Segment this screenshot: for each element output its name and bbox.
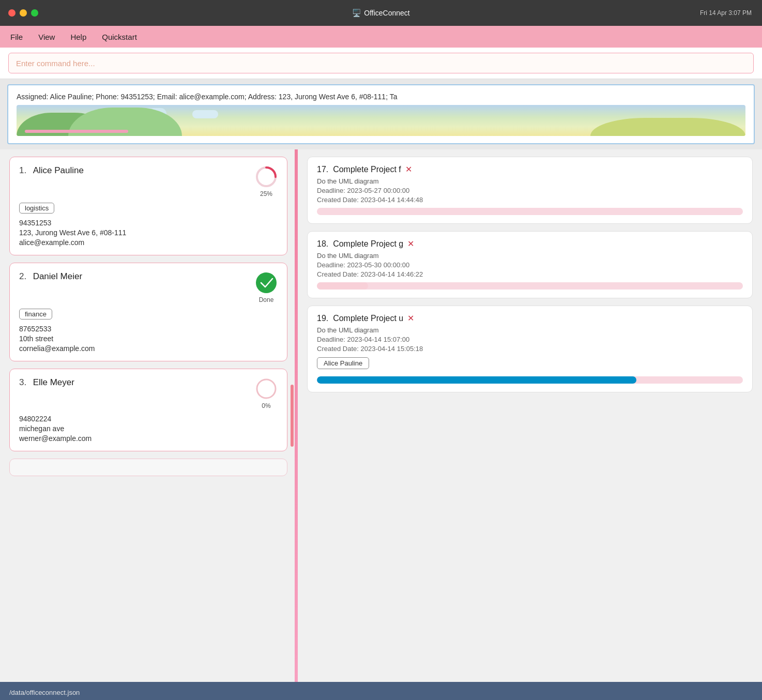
card-number-1: 1. xyxy=(19,165,26,175)
task-title-17: 17. Complete Project f xyxy=(317,165,401,174)
task-created-19: Created Date: 2023-04-14 15:05:18 xyxy=(317,345,743,353)
hill-3 xyxy=(590,118,745,136)
banner-progress-bar xyxy=(25,130,128,133)
card-header-2: 2. Daniel Meier Done xyxy=(19,271,278,303)
task-card-19: 19. Complete Project u ✕ Do the UML diag… xyxy=(307,306,753,392)
close-button[interactable] xyxy=(8,9,16,17)
statusbar: /data/officeconnect.json xyxy=(0,682,762,700)
progress-label-3: 0% xyxy=(262,402,270,409)
menubar: File View Help Quickstart xyxy=(0,26,762,48)
progress-circle-3 xyxy=(255,377,278,400)
task-deadline-18: Deadline: 2023-05-30 00:00:00 xyxy=(317,261,743,269)
card-phone-2: 87652533 xyxy=(19,325,278,333)
maximize-button[interactable] xyxy=(31,9,38,17)
task-deadline-17: Deadline: 2023-05-27 00:00:00 xyxy=(317,187,743,194)
task-deadline-19: Deadline: 2023-04-14 15:07:00 xyxy=(317,336,743,343)
card-address-2: 10th street xyxy=(19,334,278,343)
card-name-2: Daniel Meier xyxy=(33,271,82,281)
command-input[interactable] xyxy=(8,53,754,73)
card-phone-1: 94351253 xyxy=(19,219,278,227)
progress-label-2: Done xyxy=(259,296,274,303)
banner-landscape xyxy=(17,105,745,136)
contact-card-1: 1. Alice Pauline 25% logistics 94351253 … xyxy=(9,157,287,255)
task-assignee-tag-19: Alice Pauline xyxy=(317,357,369,369)
card-address-3: michegan ave xyxy=(19,424,278,433)
card-email-2: cornelia@example.com xyxy=(19,344,278,353)
card-phone-3: 94802224 xyxy=(19,415,278,423)
command-bar xyxy=(0,48,762,79)
card-name-area-2: 2. Daniel Meier xyxy=(19,271,82,282)
card-name-area-1: 1. Alice Pauline xyxy=(19,165,84,176)
menu-view[interactable]: View xyxy=(38,33,55,41)
card-progress-area-2: Done xyxy=(255,271,278,303)
progress-circle-2 xyxy=(255,271,278,294)
task-header-19: 19. Complete Project u ✕ xyxy=(317,313,743,323)
left-panel: 1. Alice Pauline 25% logistics 94351253 … xyxy=(0,149,295,682)
titlebar-right: Fri 14 Apr 3:07 PM xyxy=(700,9,752,17)
info-banner: Assigned: Alice Pauline; Phone: 94351253… xyxy=(7,84,755,144)
task-progress-fill-19 xyxy=(317,376,636,384)
task-card-18: 18. Complete Project g ✕ Do the UML diag… xyxy=(307,231,753,298)
tag-1: logistics xyxy=(19,203,54,214)
task-created-18: Created Date: 2023-04-14 14:46:22 xyxy=(317,270,743,278)
task-progress-bg-18 xyxy=(317,282,743,290)
main-content: 1. Alice Pauline 25% logistics 94351253 … xyxy=(0,149,762,682)
contact-card-3: 3. Elle Meyer 0% 94802224 michegan ave w… xyxy=(9,369,287,451)
task-desc-17: Do the UML diagram xyxy=(317,177,743,185)
card-email-3: werner@example.com xyxy=(19,434,278,443)
task-desc-19: Do the UML diagram xyxy=(317,326,743,334)
task-close-19[interactable]: ✕ xyxy=(407,313,414,323)
task-card-17: 17. Complete Project f ✕ Do the UML diag… xyxy=(307,157,753,224)
card-header-1: 1. Alice Pauline 25% xyxy=(19,165,278,197)
traffic-lights xyxy=(8,9,38,17)
task-header-18: 18. Complete Project g ✕ xyxy=(317,239,743,249)
app-title-area: 🖥️ OfficeConnect xyxy=(352,9,409,17)
tag-2: finance xyxy=(19,309,52,319)
contact-card-partial xyxy=(9,459,287,476)
task-title-18: 18. Complete Project g xyxy=(317,239,403,249)
card-header-3: 3. Elle Meyer 0% xyxy=(19,377,278,409)
task-created-17: Created Date: 2023-04-14 14:44:48 xyxy=(317,196,743,204)
task-progress-fill-18 xyxy=(317,282,368,290)
menu-help[interactable]: Help xyxy=(70,33,86,41)
progress-circle-1 xyxy=(255,165,278,188)
contact-card-2: 2. Daniel Meier Done finance 87652533 10… xyxy=(9,263,287,361)
titlebar: 🖥️ OfficeConnect Fri 14 Apr 3:07 PM xyxy=(0,0,762,26)
progress-label-1: 25% xyxy=(260,190,272,197)
task-progress-bg-19 xyxy=(317,376,743,384)
card-email-1: alice@example.com xyxy=(19,238,278,247)
card-progress-area-3: 0% xyxy=(255,377,278,409)
datetime: Fri 14 Apr 3:07 PM xyxy=(700,9,752,17)
task-close-18[interactable]: ✕ xyxy=(407,239,414,249)
task-progress-bg-17 xyxy=(317,208,743,215)
menu-quickstart[interactable]: Quickstart xyxy=(102,33,137,41)
minimize-button[interactable] xyxy=(20,9,27,17)
card-name-3: Elle Meyer xyxy=(33,377,74,387)
app-title: OfficeConnect xyxy=(364,9,409,17)
card-name-area-3: 3. Elle Meyer xyxy=(19,377,74,388)
left-panel-scrollbar[interactable] xyxy=(291,385,294,447)
task-header-17: 17. Complete Project f ✕ xyxy=(317,164,743,174)
right-panel: 17. Complete Project f ✕ Do the UML diag… xyxy=(298,149,762,682)
svg-point-3 xyxy=(257,379,276,398)
menu-file[interactable]: File xyxy=(10,33,23,41)
svg-point-2 xyxy=(256,272,277,293)
task-close-17[interactable]: ✕ xyxy=(405,164,412,174)
card-address-1: 123, Jurong West Ave 6, #08-111 xyxy=(19,229,278,237)
card-progress-area-1: 25% xyxy=(255,165,278,197)
cloud-2 xyxy=(192,110,218,118)
card-number-2: 2. xyxy=(19,271,26,281)
task-title-19: 19. Complete Project u xyxy=(317,314,403,323)
card-number-3: 3. xyxy=(19,377,26,387)
info-banner-text: Assigned: Alice Pauline; Phone: 94351253… xyxy=(17,93,745,101)
statusbar-path: /data/officeconnect.json xyxy=(9,689,80,696)
task-desc-18: Do the UML diagram xyxy=(317,252,743,260)
card-name-1: Alice Pauline xyxy=(33,165,84,175)
app-icon: 🖥️ xyxy=(352,9,361,17)
